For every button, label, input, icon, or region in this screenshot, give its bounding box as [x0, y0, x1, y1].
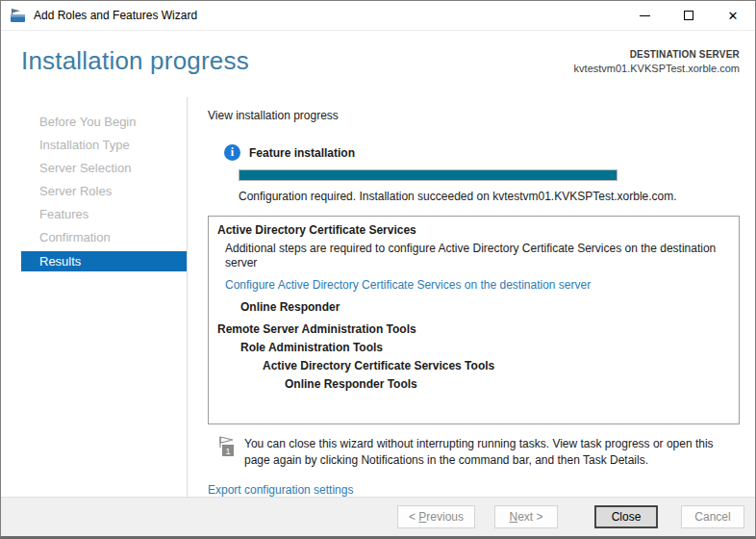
- feature-installation-row: i Feature installation: [224, 144, 740, 161]
- sidebar-item-confirmation[interactable]: Confirmation: [1, 226, 187, 249]
- next-button[interactable]: Next >: [494, 505, 558, 528]
- wizard-header: Installation progress DESTINATION SERVER…: [1, 31, 755, 97]
- installation-status-text: Configuration required. Installation suc…: [239, 190, 740, 203]
- minimize-button[interactable]: [622, 1, 667, 30]
- wizard-window: Add Roles and Features Wizard ✕ Installa…: [0, 0, 756, 539]
- results-line: Active Directory Certificate Services: [217, 223, 730, 238]
- info-icon: i: [224, 144, 240, 161]
- footer-button-bar: < Previous Next > Close Cancel: [1, 497, 755, 536]
- close-icon: ✕: [728, 10, 739, 22]
- sidebar-item-server-roles[interactable]: Server Roles: [1, 180, 187, 203]
- destination-server-label: DESTINATION SERVER: [574, 49, 740, 60]
- results-line: Active Directory Certificate Services To…: [217, 359, 730, 373]
- results-box: Active Directory Certificate ServicesAdd…: [208, 216, 740, 424]
- sidebar-item-installation-type[interactable]: Installation Type: [1, 134, 187, 157]
- sidebar-item-before-you-begin[interactable]: Before You Begin: [1, 111, 187, 134]
- results-line: Role Administration Tools: [217, 341, 730, 355]
- sidebar-nav: Before You BeginInstallation TypeServer …: [1, 97, 188, 497]
- page-title: Installation progress: [21, 46, 249, 97]
- results-line: Remote Server Administration Tools: [217, 322, 730, 337]
- sidebar-item-results[interactable]: Results: [21, 251, 187, 271]
- destination-server-name: kvtestvm01.KVKSPTest.xorble.com: [574, 63, 740, 74]
- close-wizard-note: 1 You can close this wizard without inte…: [208, 436, 740, 469]
- close-wizard-note-text: You can close this wizard without interr…: [244, 436, 733, 469]
- results-line: Additional steps are required to configu…: [217, 242, 730, 270]
- results-line: Online Responder: [217, 300, 730, 315]
- progress-bar: [239, 169, 617, 181]
- content-pane: View installation progress i Feature ins…: [188, 97, 755, 497]
- wizard-body: Before You BeginInstallation TypeServer …: [1, 97, 755, 497]
- results-line: Online Responder Tools: [217, 377, 730, 392]
- sidebar-item-features[interactable]: Features: [1, 203, 187, 226]
- previous-button[interactable]: < Previous: [397, 505, 475, 528]
- feature-installation-title: Feature installation: [249, 146, 355, 160]
- window-controls: ✕: [622, 1, 755, 30]
- export-configuration-link[interactable]: Export configuration settings: [208, 483, 353, 497]
- minimize-icon: [640, 15, 650, 16]
- view-progress-label: View installation progress: [208, 109, 740, 122]
- notification-flag-icon: 1: [219, 436, 238, 460]
- cancel-button[interactable]: Cancel: [681, 505, 744, 528]
- titlebar-close-button[interactable]: ✕: [711, 1, 755, 30]
- window-title: Add Roles and Features Wizard: [34, 9, 197, 22]
- maximize-button[interactable]: [667, 1, 711, 30]
- titlebar: Add Roles and Features Wizard ✕: [1, 1, 755, 31]
- progress-fill: [239, 170, 617, 180]
- destination-server-block: DESTINATION SERVER kvtestvm01.KVKSPTest.…: [574, 46, 740, 97]
- close-button[interactable]: Close: [594, 505, 658, 528]
- sidebar-item-server-selection[interactable]: Server Selection: [1, 157, 187, 180]
- maximize-icon: [684, 11, 693, 20]
- server-manager-icon: [10, 8, 26, 23]
- flag-badge: 1: [225, 447, 230, 456]
- configure-adcs-link[interactable]: Configure Active Directory Certificate S…: [217, 278, 730, 293]
